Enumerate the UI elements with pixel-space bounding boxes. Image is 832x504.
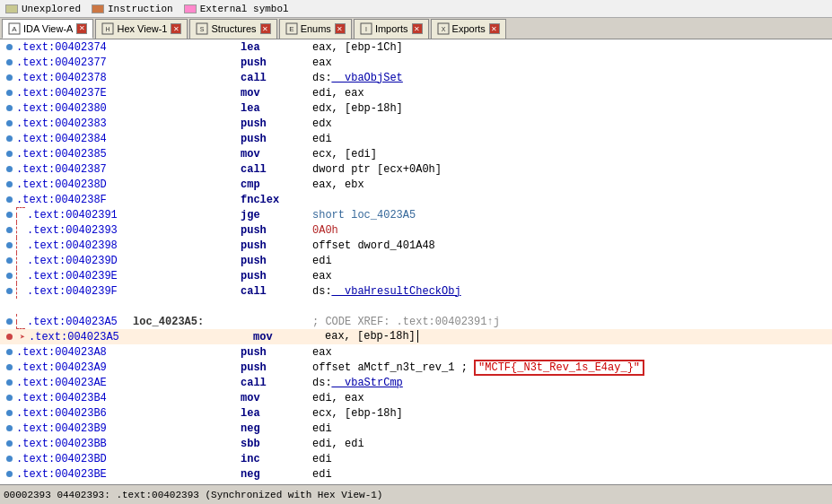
address[interactable]: .text:004023BD <box>16 453 133 465</box>
address[interactable]: .text:00402377 <box>16 56 133 69</box>
status-text: 00002393 04402393: .text:00402393 (Synch… <box>4 490 382 500</box>
operands: edx <box>312 117 830 130</box>
operands: edi <box>312 468 830 481</box>
table-row: .text:00402378 call ds:__vbaObjSet <box>0 70 832 85</box>
bracket-mid <box>16 215 25 223</box>
address[interactable]: .text:004023B9 <box>16 422 133 435</box>
address[interactable]: .text:004023B6 <box>16 407 133 420</box>
mnemonic: call <box>241 285 312 298</box>
address[interactable]: .text:00402385 <box>16 148 133 161</box>
address[interactable]: .text:00402374 <box>16 41 133 54</box>
address[interactable]: .text:00402387 <box>16 163 133 176</box>
label <box>133 377 241 389</box>
tab-imports-close[interactable]: ✕ <box>412 23 423 34</box>
address[interactable]: .text:0040237E <box>16 87 133 100</box>
address[interactable]: .text:00402380 <box>16 102 133 115</box>
operands: edi <box>312 422 830 435</box>
address[interactable]: .text:004023BB <box>16 438 133 450</box>
structures-icon: S <box>196 22 208 35</box>
bracket-line-top <box>16 314 25 322</box>
dot-marker <box>2 166 16 172</box>
address[interactable]: .text:0040238D <box>16 178 133 191</box>
address[interactable]: .text:004023A5 <box>29 331 145 343</box>
dot-marker <box>2 120 16 126</box>
tab-ida-view-a[interactable]: A IDA View-A ✕ <box>2 19 93 39</box>
mnemonic: push <box>241 56 312 69</box>
label <box>133 41 241 54</box>
dot-marker <box>2 135 16 142</box>
tab-hex-view-1[interactable]: H Hex View-1 ✕ <box>95 19 188 39</box>
tab-enums-close[interactable]: ✕ <box>335 23 346 34</box>
address[interactable]: .text:004023BE <box>16 468 133 481</box>
address[interactable]: .text:0040239E <box>16 270 133 282</box>
status-bar: 00002393 04402393: .text:00402393 (Synch… <box>0 484 832 504</box>
svg-text:I: I <box>365 26 367 32</box>
dot-marker <box>2 440 16 447</box>
dot-marker <box>2 196 16 203</box>
address[interactable]: .text:004023C0 <box>16 483 133 485</box>
address <box>16 300 133 313</box>
label <box>133 392 241 404</box>
label <box>133 407 241 420</box>
address[interactable]: .text:00402384 <box>16 133 133 145</box>
table-row: .text:0040239F call ds:__vbaHresultCheck… <box>0 283 832 299</box>
tab-exports[interactable]: X Exports ✕ <box>431 19 506 39</box>
legend-instruction-color <box>92 4 104 13</box>
address[interactable]: .text:004023AE <box>16 377 133 389</box>
dot-marker <box>2 151 16 157</box>
mnemonic: push <box>241 133 312 145</box>
operands: ecx, [ebp-18h] <box>312 407 830 420</box>
label <box>133 163 241 176</box>
dot-marker <box>2 288 16 294</box>
bracket-line <box>16 283 25 299</box>
dot-marker <box>2 471 16 477</box>
address[interactable]: .text:004023A5 <box>16 316 133 328</box>
table-row: .text:0040239E push eax <box>0 268 832 283</box>
address[interactable]: .text:00402393 <box>16 224 133 237</box>
label <box>145 331 253 343</box>
tab-structures-close[interactable]: ✕ <box>260 23 271 34</box>
tab-exports-close[interactable]: ✕ <box>489 23 500 34</box>
mnemonic: call <box>241 163 312 176</box>
table-row: ➤ .text:004023A5 mov eax, [ebp-18h] <box>0 329 832 344</box>
label <box>133 178 241 191</box>
tab-structures[interactable]: S Structures ✕ <box>189 19 276 39</box>
dot-marker <box>2 364 16 370</box>
address[interactable]: .text:00402391 <box>16 209 133 222</box>
address[interactable]: .text:004023B4 <box>16 392 133 404</box>
svg-text:A: A <box>12 25 17 33</box>
label <box>133 87 241 100</box>
tab-hex-close[interactable]: ✕ <box>171 23 181 34</box>
address[interactable]: .text:00402398 <box>16 239 133 252</box>
mnemonic: push <box>241 117 312 130</box>
tab-ida-close[interactable]: ✕ <box>76 23 87 34</box>
tab-enums[interactable]: E Enums ✕ <box>279 19 352 39</box>
hex-view-icon: H <box>101 22 114 35</box>
dot-marker <box>2 257 16 264</box>
address[interactable]: .text:0040238F <box>16 194 133 206</box>
flag-string: "MCTF{_N3t_Rev_1s_E4ay_}" <box>474 360 644 376</box>
operands: ds:__vbaFreeStr <box>312 483 830 485</box>
address[interactable]: .text:004023A8 <box>16 346 133 359</box>
operands: ds:__vbaHresultCheckObj <box>312 285 830 298</box>
asm-listing[interactable]: .text:00402374 lea eax, [ebp-1Ch] .text:… <box>0 39 832 484</box>
address[interactable]: .text:0040239D <box>16 255 133 267</box>
operands: offset dword_401A48 <box>312 239 830 252</box>
table-row: .text:004023AE call ds:__vbaStrCmp <box>0 375 832 390</box>
operands: eax <box>312 56 830 69</box>
operands: offset aMctf_n3t_rev_1 ; "MCTF{_N3t_Rev_… <box>312 360 830 376</box>
mnemonic: call <box>241 72 312 84</box>
svg-text:E: E <box>289 25 293 33</box>
table-row: .text:004023BD inc edi <box>0 451 832 466</box>
table-row: .text:00402374 lea eax, [ebp-1Ch] <box>0 39 832 55</box>
mnemonic: push <box>241 224 312 237</box>
tab-imports[interactable]: I Imports ✕ <box>354 19 429 39</box>
table-row: .text:004023C0 call ds:__vbaFreeStr <box>0 482 832 484</box>
address[interactable]: .text:0040239F <box>16 285 133 298</box>
operands: ; CODE XREF: .text:00402391↑j <box>312 316 830 328</box>
address[interactable]: .text:00402378 <box>16 72 133 84</box>
operands: ds:__vbaObjSet <box>312 72 830 84</box>
address[interactable]: .text:00402383 <box>16 117 133 130</box>
table-row: .text:004023A9 push offset aMctf_n3t_rev… <box>0 360 832 375</box>
address[interactable]: .text:004023A9 <box>16 361 133 374</box>
